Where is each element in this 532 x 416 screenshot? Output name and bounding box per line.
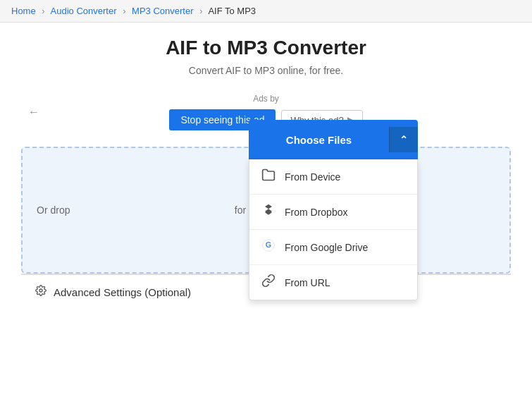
caret-up-icon: ⌃ bbox=[400, 134, 408, 145]
folder-icon bbox=[261, 168, 276, 185]
dropdown-item-from-google-drive[interactable]: G From Google Drive bbox=[249, 230, 417, 265]
breadcrumb-current: AIF To MP3 bbox=[208, 6, 256, 16]
choose-files-caret[interactable]: ⌃ bbox=[389, 127, 418, 152]
breadcrumb-mp3-converter[interactable]: MP3 Converter bbox=[132, 6, 193, 16]
choose-files-label: Choose Files bbox=[249, 134, 389, 146]
ad-back-arrow[interactable]: ← bbox=[28, 106, 39, 118]
choose-files-button[interactable]: Choose Files ⌃ bbox=[249, 120, 418, 159]
svg-point-2 bbox=[39, 289, 42, 292]
google-drive-icon: G bbox=[261, 238, 276, 256]
breadcrumb-audio-converter[interactable]: Audio Converter bbox=[51, 6, 117, 16]
dropdown-item-from-device[interactable]: From Device bbox=[249, 159, 417, 195]
breadcrumb-home[interactable]: Home bbox=[11, 6, 36, 16]
dropdown-container: Choose Files ⌃ From Device bbox=[249, 120, 418, 300]
drop-zone[interactable]: Or drop for more Choose Files ⌃ bbox=[21, 147, 511, 274]
link-icon bbox=[261, 274, 276, 291]
main-content: AIF to MP3 Converter Convert AIF to MP3 … bbox=[0, 23, 532, 323]
from-dropbox-label: From Dropbox bbox=[285, 207, 347, 218]
dropdown-item-from-dropbox[interactable]: From Dropbox bbox=[249, 195, 417, 230]
from-url-label: From URL bbox=[285, 277, 330, 288]
drop-zone-text: Or drop for more bbox=[37, 204, 271, 216]
svg-text:G: G bbox=[266, 240, 271, 249]
advanced-settings-label: Advanced Settings (Optional) bbox=[54, 286, 191, 298]
from-google-drive-label: From Google Drive bbox=[285, 242, 368, 253]
dropdown-menu: From Device From Dropbox bbox=[249, 159, 418, 300]
breadcrumb-sep-1: › bbox=[42, 6, 44, 16]
breadcrumb-sep-2: › bbox=[123, 6, 125, 16]
page-subtitle: Convert AIF to MP3 online, for free. bbox=[21, 65, 511, 76]
dropdown-item-from-url[interactable]: From URL bbox=[249, 265, 417, 300]
from-device-label: From Device bbox=[285, 171, 340, 183]
drop-zone-wrapper: Or drop for more Choose Files ⌃ bbox=[21, 147, 511, 274]
gear-icon bbox=[35, 285, 47, 299]
breadcrumb-sep-3: › bbox=[199, 6, 202, 16]
ads-by-label: Ads by bbox=[253, 94, 279, 104]
dropbox-icon bbox=[261, 203, 276, 221]
page-title: AIF to MP3 Converter bbox=[21, 37, 511, 59]
breadcrumb: Home › Audio Converter › MP3 Converter ›… bbox=[0, 0, 532, 23]
